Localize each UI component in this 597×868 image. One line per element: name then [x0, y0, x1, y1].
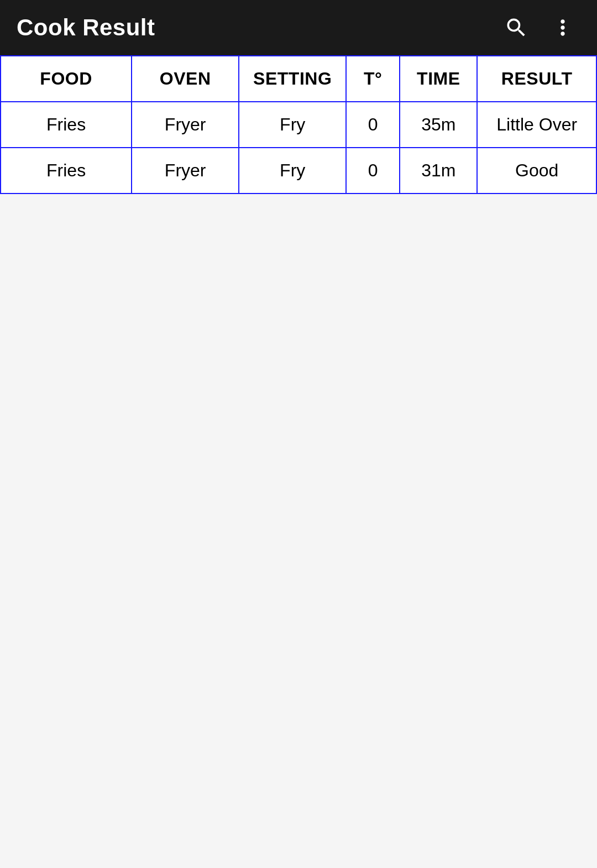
app-bar: Cook Result [0, 0, 597, 55]
app-bar-actions [499, 10, 580, 45]
table-row: Fries Fryer Fry 0 35m Little Over [1, 102, 596, 148]
cook-results-table: FOOD OVEN SETTING T° TIME RESULT Fries F… [0, 55, 597, 194]
cell-food-1: Fries [1, 148, 132, 194]
cell-result-0: Little Over [477, 102, 596, 148]
cell-time-1: 31m [400, 148, 477, 194]
more-vert-icon [551, 15, 575, 40]
empty-content [0, 194, 597, 857]
col-header-time: TIME [400, 56, 477, 102]
search-icon [504, 15, 528, 40]
cell-food-0: Fries [1, 102, 132, 148]
cell-oven-0: Fryer [132, 102, 239, 148]
cell-setting-0: Fry [239, 102, 346, 148]
search-button[interactable] [499, 10, 534, 45]
col-header-setting: SETTING [239, 56, 346, 102]
col-header-oven: OVEN [132, 56, 239, 102]
col-header-result: RESULT [477, 56, 596, 102]
col-header-food: FOOD [1, 56, 132, 102]
page-title: Cook Result [17, 14, 155, 41]
cell-temp-1: 0 [346, 148, 400, 194]
col-header-temp: T° [346, 56, 400, 102]
table-container: FOOD OVEN SETTING T° TIME RESULT Fries F… [0, 55, 597, 194]
more-options-button[interactable] [545, 10, 580, 45]
cell-temp-0: 0 [346, 102, 400, 148]
table-header-row: FOOD OVEN SETTING T° TIME RESULT [1, 56, 596, 102]
cell-result-1: Good [477, 148, 596, 194]
cell-time-0: 35m [400, 102, 477, 148]
table-row: Fries Fryer Fry 0 31m Good [1, 148, 596, 194]
cell-setting-1: Fry [239, 148, 346, 194]
cell-oven-1: Fryer [132, 148, 239, 194]
